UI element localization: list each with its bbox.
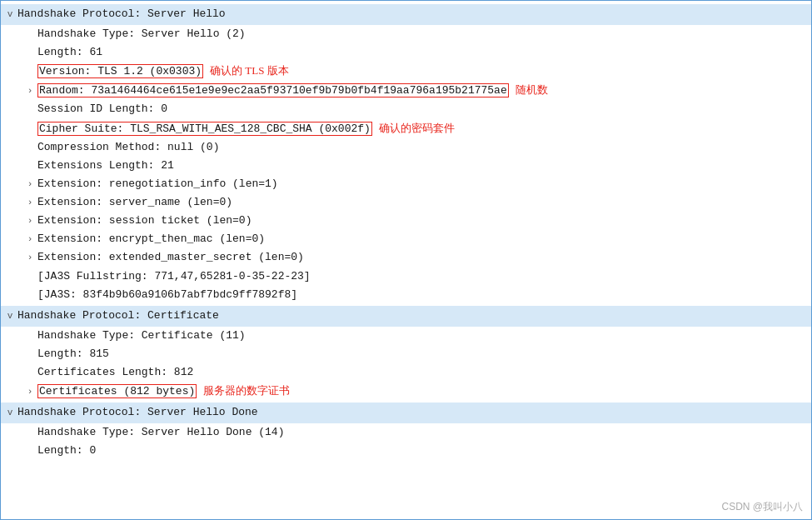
certs-length-label: Certificates Length: 812 bbox=[37, 364, 193, 381]
row-session-id: ▸ Session ID Length: 0 bbox=[1, 100, 811, 118]
row-compression: ▸ Compression Method: null (0) bbox=[1, 138, 811, 157]
done-type-label: Handshake Type: Server Hello Done (14) bbox=[37, 424, 284, 441]
done-length-label: Length: 0 bbox=[37, 442, 96, 459]
ja3s-label: [JA3S: 83f4b9b60a9106b7abf7bdc9ff7892f8] bbox=[37, 287, 297, 303]
row-cert-type: ▸ Handshake Type: Certificate (11) bbox=[1, 327, 811, 345]
row-certs-length: ▸ Certificates Length: 812 bbox=[1, 363, 811, 382]
wireshark-panel: v Handshake Protocol: Server Hello ▸ Han… bbox=[0, 0, 812, 520]
certs-bytes-highlight: Certificates (812 bytes) bbox=[37, 384, 197, 398]
row-certs-bytes: › Certificates (812 bytes) 服务器的数字证书 bbox=[1, 382, 811, 401]
cert-length-label: Length: 815 bbox=[37, 346, 109, 362]
toggle-random[interactable]: › bbox=[24, 84, 36, 98]
ja3s-full-label: [JA3S Fullstring: 771,47,65281-0-35-22-2… bbox=[37, 268, 311, 285]
certificate-header-label: Handshake Protocol: Certificate bbox=[17, 308, 219, 325]
row-ext-encrypt: › Extension: encrypt_then_mac (len=0) bbox=[1, 230, 811, 248]
version-annotation: 确认的 TLS 版本 bbox=[210, 62, 289, 79]
row-ext-length: ▸ Extensions Length: 21 bbox=[1, 157, 811, 175]
cipher-highlight: Cipher Suite: TLS_RSA_WITH_AES_128_CBC_S… bbox=[37, 122, 372, 136]
cert-type-label: Handshake Type: Certificate (11) bbox=[37, 328, 246, 344]
toggle-session-ticket[interactable]: › bbox=[24, 214, 36, 228]
server-hello-header: v Handshake Protocol: Server Hello bbox=[1, 4, 811, 25]
row-ext-renegotiation: › Extension: renegotiation_info (len=1) bbox=[1, 175, 811, 193]
handshake-type-label: Handshake Type: Server Hello (2) bbox=[37, 26, 246, 42]
hello-done-header: v Handshake Protocol: Server Hello Done bbox=[1, 402, 811, 423]
ext-master-secret-label: Extension: extended_master_secret (len=0… bbox=[37, 249, 304, 266]
ext-length-label: Extensions Length: 21 bbox=[37, 158, 174, 174]
session-id-label: Session ID Length: 0 bbox=[37, 101, 167, 118]
ext-server-name-label: Extension: server_name (len=0) bbox=[37, 194, 232, 211]
row-ja3s: ▸ [JA3S: 83f4b9b60a9106b7abf7bdc9ff7892f… bbox=[1, 286, 811, 304]
row-ja3s-full: ▸ [JA3S Fullstring: 771,47,65281-0-35-22… bbox=[1, 268, 811, 286]
length-label: Length: 61 bbox=[37, 44, 102, 61]
random-label: Random: 73a1464464ce615e1e9e9ec2aa5f9371… bbox=[37, 82, 509, 99]
toggle-server-name[interactable]: › bbox=[24, 196, 36, 210]
row-done-length: ▸ Length: 0 bbox=[1, 442, 811, 460]
certificate-header: v Handshake Protocol: Certificate bbox=[1, 306, 811, 327]
ext-session-ticket-label: Extension: session ticket (len=0) bbox=[37, 212, 252, 229]
version-highlight: Version: TLS 1.2 (0x0303) bbox=[37, 64, 203, 78]
toggle-certificate[interactable]: v bbox=[4, 309, 16, 324]
compression-label: Compression Method: null (0) bbox=[37, 139, 219, 156]
row-done-type: ▸ Handshake Type: Server Hello Done (14) bbox=[1, 423, 811, 442]
row-ext-master-secret: › Extension: extended_master_secret (len… bbox=[1, 248, 811, 267]
watermark: CSDN @我叫小八 bbox=[721, 500, 803, 514]
certs-bytes-label: Certificates (812 bytes) bbox=[37, 383, 197, 400]
cipher-suite-label: Cipher Suite: TLS_RSA_WITH_AES_128_CBC_S… bbox=[37, 121, 372, 138]
row-length: ▸ Length: 61 bbox=[1, 43, 811, 62]
certs-annotation: 服务器的数字证书 bbox=[203, 382, 290, 399]
row-random: › Random: 73a1464464ce615e1e9e9ec2aa5f93… bbox=[1, 81, 811, 100]
server-hello-label: Handshake Protocol: Server Hello bbox=[17, 6, 226, 23]
ext-renegotiation-label: Extension: renegotiation_info (len=1) bbox=[37, 176, 278, 192]
cipher-annotation: 确认的密码套件 bbox=[379, 120, 455, 137]
row-ext-session-ticket: › Extension: session ticket (len=0) bbox=[1, 212, 811, 230]
ext-encrypt-label: Extension: encrypt_then_mac (len=0) bbox=[37, 231, 265, 248]
toggle-master-secret[interactable]: › bbox=[24, 251, 36, 265]
row-version: ▸ Version: TLS 1.2 (0x0303) 确认的 TLS 版本 bbox=[1, 62, 811, 81]
row-cipher-suite: ▸ Cipher Suite: TLS_RSA_WITH_AES_128_CBC… bbox=[1, 119, 811, 138]
toggle-renegotiation[interactable]: › bbox=[24, 178, 36, 192]
random-annotation: 随机数 bbox=[516, 82, 548, 98]
toggle-server-hello[interactable]: v bbox=[4, 8, 16, 22]
toggle-certs-bytes[interactable]: › bbox=[24, 385, 36, 399]
toggle-hello-done[interactable]: v bbox=[4, 406, 16, 421]
row-cert-length: ▸ Length: 815 bbox=[1, 345, 811, 363]
row-ext-server-name: › Extension: server_name (len=0) bbox=[1, 193, 811, 212]
hello-done-header-label: Handshake Protocol: Server Hello Done bbox=[17, 404, 258, 422]
row-handshake-type: ▸ Handshake Type: Server Hello (2) bbox=[1, 25, 811, 43]
toggle-encrypt[interactable]: › bbox=[24, 232, 36, 247]
random-highlight: Random: 73a1464464ce615e1e9e9ec2aa5f9371… bbox=[37, 83, 509, 98]
version-label: Version: TLS 1.2 (0x0303) bbox=[37, 63, 203, 80]
